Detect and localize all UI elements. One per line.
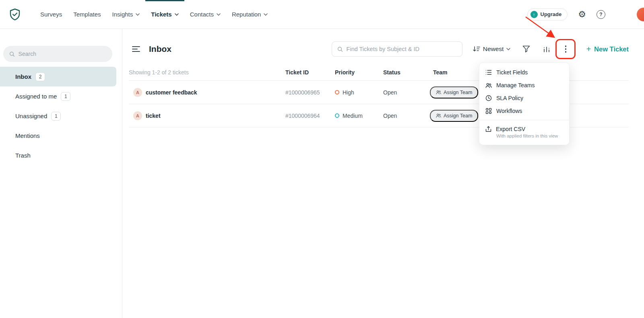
settings-gear-icon[interactable]: ⚙ xyxy=(578,10,586,19)
sort-descending-icon xyxy=(473,46,480,52)
main-header: Inbox Newest + New Tic xyxy=(129,29,629,64)
sidebar-item-label: Mentions xyxy=(15,132,40,139)
status-label: Open xyxy=(383,89,433,96)
nav-item-contacts[interactable]: Contacts xyxy=(184,0,226,29)
top-navigation-bar: Surveys Templates Insights Tickets Conta… xyxy=(0,0,644,29)
subject-cell: A ticket xyxy=(129,111,285,120)
sidebar: Inbox 2 Assigned to me 1 Unassigned 1 Me… xyxy=(0,29,122,318)
avatar: A xyxy=(133,88,142,97)
sort-label: Newest xyxy=(483,45,504,53)
new-ticket-label: New Ticket xyxy=(594,45,629,53)
showing-count: Showing 1-2 of 2 tickets xyxy=(129,69,285,76)
user-avatar[interactable] xyxy=(637,8,644,21)
sidebar-search-input[interactable] xyxy=(19,51,106,57)
sidebar-item-label: Unassigned xyxy=(15,113,47,119)
page-title: Inbox xyxy=(149,44,171,54)
more-options-menu: Ticket Fields Manage Teams SLA Policy Wo… xyxy=(479,62,570,145)
workflow-icon xyxy=(485,108,492,114)
priority-cell: High xyxy=(335,89,383,96)
plus-icon: + xyxy=(586,45,591,53)
people-icon xyxy=(436,113,441,118)
export-icon xyxy=(485,126,491,132)
menu-item-label: Export CSV xyxy=(496,126,525,132)
assign-team-label: Assign Team xyxy=(444,90,472,95)
people-icon xyxy=(485,83,492,88)
clock-icon xyxy=(485,95,492,101)
ticket-id: #1000006964 xyxy=(285,113,335,119)
sidebar-item-mentions[interactable]: Mentions xyxy=(0,126,116,146)
count-badge: 1 xyxy=(51,112,61,121)
collapse-sidebar-icon[interactable] xyxy=(132,46,140,52)
nav-item-templates[interactable]: Templates xyxy=(68,0,106,29)
assign-team-button[interactable]: Assign Team xyxy=(430,110,478,122)
column-header-ticket-id: Ticket ID xyxy=(285,69,335,76)
people-icon xyxy=(436,90,441,94)
assign-team-button[interactable]: Assign Team xyxy=(430,86,478,98)
menu-item-label: Ticket Fields xyxy=(496,69,528,76)
sidebar-item-trash[interactable]: Trash xyxy=(0,146,116,165)
help-icon[interactable]: ? xyxy=(597,10,605,19)
priority-high-icon xyxy=(335,90,339,94)
upgrade-button[interactable]: ↑ Upgrade xyxy=(527,8,568,21)
count-badge: 1 xyxy=(61,92,70,101)
filter-funnel-icon[interactable] xyxy=(522,45,530,53)
menu-item-manage-teams[interactable]: Manage Teams xyxy=(479,79,569,92)
menu-divider xyxy=(479,120,569,120)
new-ticket-button[interactable]: + New Ticket xyxy=(586,45,629,53)
manage-columns-icon[interactable] xyxy=(543,45,550,53)
sidebar-item-label: Assigned to me xyxy=(15,93,57,100)
sort-dropdown[interactable]: Newest xyxy=(473,45,511,53)
ticket-search-input[interactable] xyxy=(347,46,457,52)
sidebar-item-label: Inbox xyxy=(15,73,31,80)
upgrade-arrow-icon: ↑ xyxy=(530,11,538,18)
topbar-right-controls: ↑ Upgrade ⚙ ? xyxy=(527,8,628,21)
column-header-priority: Priority xyxy=(335,69,383,76)
sidebar-item-inbox[interactable]: Inbox 2 xyxy=(0,67,116,86)
kebab-wrap xyxy=(557,41,574,57)
menu-item-label: SLA Policy xyxy=(496,95,523,101)
chevron-down-icon xyxy=(264,13,268,16)
nav-item-reputation[interactable]: Reputation xyxy=(226,0,274,29)
ticket-search xyxy=(332,41,462,57)
count-badge: 2 xyxy=(35,72,45,81)
search-icon xyxy=(9,51,15,57)
nav-label: Insights xyxy=(112,11,133,18)
ticket-subject[interactable]: customer feedback xyxy=(146,89,197,96)
more-options-button[interactable] xyxy=(557,41,574,57)
priority-label: High xyxy=(343,89,354,96)
nav-item-surveys[interactable]: Surveys xyxy=(35,0,68,29)
sidebar-item-assigned-to-me[interactable]: Assigned to me 1 xyxy=(0,86,116,106)
sidebar-list: Inbox 2 Assigned to me 1 Unassigned 1 Me… xyxy=(0,67,122,165)
menu-item-label: Workflows xyxy=(496,108,522,114)
menu-item-label: Manage Teams xyxy=(496,82,535,88)
nav-label: Tickets xyxy=(151,11,171,18)
status-label: Open xyxy=(383,113,433,119)
avatar: A xyxy=(133,111,142,120)
priority-label: Medium xyxy=(343,113,363,119)
sidebar-item-label: Trash xyxy=(15,152,31,159)
chevron-down-icon xyxy=(175,13,179,16)
priority-cell: Medium xyxy=(335,113,383,119)
app-logo-icon[interactable] xyxy=(10,8,20,21)
menu-item-workflows[interactable]: Workflows xyxy=(479,105,569,117)
menu-item-ticket-fields[interactable]: Ticket Fields xyxy=(479,66,569,79)
nav-label: Templates xyxy=(73,11,101,18)
search-icon xyxy=(337,46,343,52)
sidebar-item-unassigned[interactable]: Unassigned 1 xyxy=(0,106,116,126)
menu-item-sla-policy[interactable]: SLA Policy xyxy=(479,92,569,105)
sidebar-search xyxy=(3,46,112,62)
nav-label: Contacts xyxy=(190,11,214,18)
menu-item-sublabel: With applied filters in this view xyxy=(496,133,563,138)
nav-item-tickets[interactable]: Tickets xyxy=(145,0,184,29)
nav-item-insights[interactable]: Insights xyxy=(107,0,146,29)
subject-cell: A customer feedback xyxy=(129,88,285,97)
priority-medium-icon xyxy=(335,113,339,118)
chevron-down-icon xyxy=(506,48,510,50)
upgrade-label: Upgrade xyxy=(541,11,562,17)
ticket-id: #1000006965 xyxy=(285,89,335,96)
nav-label: Reputation xyxy=(232,11,261,18)
ticket-subject[interactable]: ticket xyxy=(146,113,161,119)
menu-item-export-csv[interactable]: Export CSV With applied filters in this … xyxy=(479,123,569,142)
column-header-status: Status xyxy=(383,69,433,76)
assign-team-label: Assign Team xyxy=(444,113,472,119)
